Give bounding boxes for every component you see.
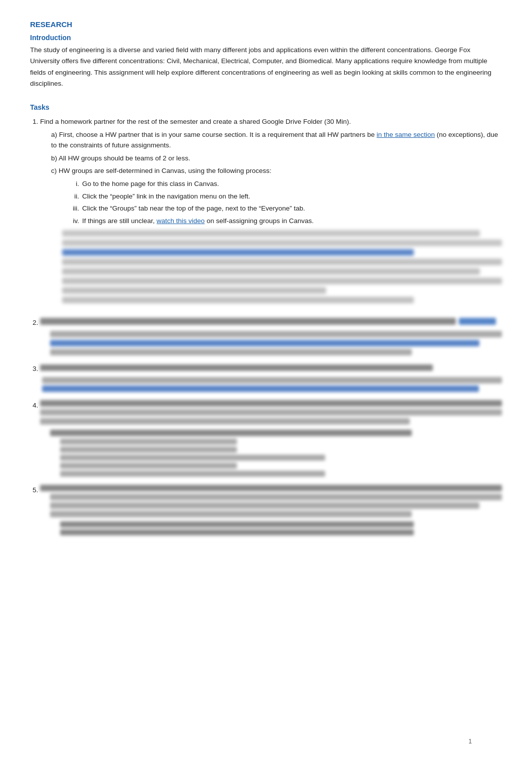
task-2-blurred (40, 317, 502, 355)
roman-iv: iv.If things are still unclear, watch th… (65, 216, 502, 227)
introduction-heading: Introduction (30, 34, 502, 42)
introduction-text: The study of engineering is a diverse an… (30, 45, 502, 89)
roman-i: i.Go to the home page for this class in … (65, 178, 502, 189)
main-content: RESEARCH Introduction The study of engin… (30, 20, 502, 760)
tasks-heading: Tasks (30, 103, 502, 111)
roman-iii: iii.Click the “Groups” tab near the top … (65, 203, 502, 214)
task-5-blurred (40, 485, 502, 535)
roman-ii: ii.Click the “people” link in the naviga… (65, 191, 502, 202)
research-title: RESEARCH (30, 20, 502, 29)
task-1a: First, choose a HW partner that is in yo… (51, 129, 502, 151)
page-number: 1 (468, 738, 472, 745)
blurred-task1-continuation (62, 230, 502, 303)
roman-list: i.Go to the home page for this class in … (51, 178, 502, 226)
task-4-blurred (40, 400, 502, 477)
task-list: Find a homework partner for the rest of … (30, 116, 502, 535)
task-1b: All HW groups should be teams of 2 or le… (51, 153, 502, 164)
same-section-link[interactable]: in the same section (377, 131, 435, 138)
task-1: Find a homework partner for the rest of … (40, 116, 502, 303)
task-3-blurred (40, 363, 502, 392)
task-1-sublist: First, choose a HW partner that is in yo… (40, 129, 502, 227)
task-1c: HW groups are self-determined in Canvas,… (51, 165, 502, 226)
watch-video-link[interactable]: watch this video (157, 217, 205, 225)
